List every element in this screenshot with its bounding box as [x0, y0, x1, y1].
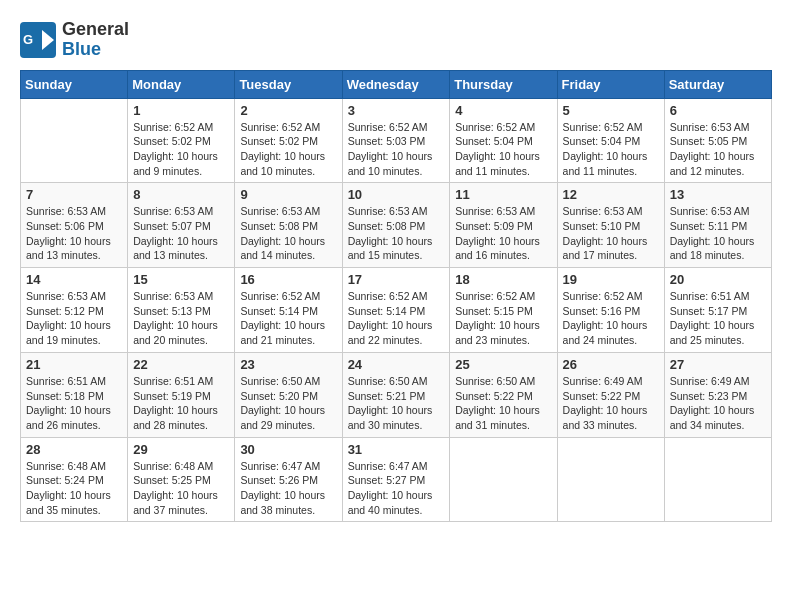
day-number: 21 [26, 357, 122, 372]
day-number: 27 [670, 357, 766, 372]
day-number: 24 [348, 357, 445, 372]
calendar-cell: 12Sunrise: 6:53 AMSunset: 5:10 PMDayligh… [557, 183, 664, 268]
day-info: Sunrise: 6:47 AMSunset: 5:27 PMDaylight:… [348, 459, 445, 518]
day-info: Sunrise: 6:51 AMSunset: 5:19 PMDaylight:… [133, 374, 229, 433]
day-info: Sunrise: 6:53 AMSunset: 5:13 PMDaylight:… [133, 289, 229, 348]
day-info: Sunrise: 6:53 AMSunset: 5:10 PMDaylight:… [563, 204, 659, 263]
calendar-cell: 16Sunrise: 6:52 AMSunset: 5:14 PMDayligh… [235, 268, 342, 353]
calendar-cell: 30Sunrise: 6:47 AMSunset: 5:26 PMDayligh… [235, 437, 342, 522]
week-row-4: 21Sunrise: 6:51 AMSunset: 5:18 PMDayligh… [21, 352, 772, 437]
day-number: 18 [455, 272, 551, 287]
day-info: Sunrise: 6:48 AMSunset: 5:25 PMDaylight:… [133, 459, 229, 518]
day-info: Sunrise: 6:52 AMSunset: 5:16 PMDaylight:… [563, 289, 659, 348]
calendar-cell: 23Sunrise: 6:50 AMSunset: 5:20 PMDayligh… [235, 352, 342, 437]
week-row-1: 1Sunrise: 6:52 AMSunset: 5:02 PMDaylight… [21, 98, 772, 183]
day-number: 2 [240, 103, 336, 118]
day-number: 17 [348, 272, 445, 287]
calendar-cell [450, 437, 557, 522]
day-info: Sunrise: 6:51 AMSunset: 5:18 PMDaylight:… [26, 374, 122, 433]
day-info: Sunrise: 6:52 AMSunset: 5:15 PMDaylight:… [455, 289, 551, 348]
day-info: Sunrise: 6:53 AMSunset: 5:12 PMDaylight:… [26, 289, 122, 348]
calendar-cell: 13Sunrise: 6:53 AMSunset: 5:11 PMDayligh… [664, 183, 771, 268]
calendar-cell: 28Sunrise: 6:48 AMSunset: 5:24 PMDayligh… [21, 437, 128, 522]
day-info: Sunrise: 6:53 AMSunset: 5:09 PMDaylight:… [455, 204, 551, 263]
day-info: Sunrise: 6:51 AMSunset: 5:17 PMDaylight:… [670, 289, 766, 348]
calendar-cell: 10Sunrise: 6:53 AMSunset: 5:08 PMDayligh… [342, 183, 450, 268]
header-wednesday: Wednesday [342, 70, 450, 98]
day-number: 12 [563, 187, 659, 202]
logo-general: General [62, 19, 129, 39]
day-info: Sunrise: 6:50 AMSunset: 5:20 PMDaylight:… [240, 374, 336, 433]
day-number: 16 [240, 272, 336, 287]
day-number: 10 [348, 187, 445, 202]
day-info: Sunrise: 6:48 AMSunset: 5:24 PMDaylight:… [26, 459, 122, 518]
calendar-cell: 26Sunrise: 6:49 AMSunset: 5:22 PMDayligh… [557, 352, 664, 437]
day-info: Sunrise: 6:53 AMSunset: 5:08 PMDaylight:… [348, 204, 445, 263]
day-number: 5 [563, 103, 659, 118]
calendar-cell: 25Sunrise: 6:50 AMSunset: 5:22 PMDayligh… [450, 352, 557, 437]
calendar-cell: 1Sunrise: 6:52 AMSunset: 5:02 PMDaylight… [128, 98, 235, 183]
day-number: 25 [455, 357, 551, 372]
day-info: Sunrise: 6:53 AMSunset: 5:05 PMDaylight:… [670, 120, 766, 179]
header-sunday: Sunday [21, 70, 128, 98]
week-row-3: 14Sunrise: 6:53 AMSunset: 5:12 PMDayligh… [21, 268, 772, 353]
svg-text:G: G [23, 32, 33, 47]
day-info: Sunrise: 6:52 AMSunset: 5:03 PMDaylight:… [348, 120, 445, 179]
calendar-cell: 21Sunrise: 6:51 AMSunset: 5:18 PMDayligh… [21, 352, 128, 437]
day-number: 14 [26, 272, 122, 287]
day-info: Sunrise: 6:52 AMSunset: 5:14 PMDaylight:… [240, 289, 336, 348]
header-tuesday: Tuesday [235, 70, 342, 98]
calendar-cell: 17Sunrise: 6:52 AMSunset: 5:14 PMDayligh… [342, 268, 450, 353]
calendar-cell: 8Sunrise: 6:53 AMSunset: 5:07 PMDaylight… [128, 183, 235, 268]
day-number: 15 [133, 272, 229, 287]
calendar-cell: 3Sunrise: 6:52 AMSunset: 5:03 PMDaylight… [342, 98, 450, 183]
day-info: Sunrise: 6:53 AMSunset: 5:07 PMDaylight:… [133, 204, 229, 263]
day-info: Sunrise: 6:53 AMSunset: 5:08 PMDaylight:… [240, 204, 336, 263]
day-number: 23 [240, 357, 336, 372]
header-thursday: Thursday [450, 70, 557, 98]
day-number: 31 [348, 442, 445, 457]
day-info: Sunrise: 6:52 AMSunset: 5:02 PMDaylight:… [133, 120, 229, 179]
page-header: G General Blue [20, 20, 772, 60]
calendar-cell [664, 437, 771, 522]
logo-blue: Blue [62, 39, 101, 59]
day-info: Sunrise: 6:52 AMSunset: 5:04 PMDaylight:… [455, 120, 551, 179]
day-number: 8 [133, 187, 229, 202]
day-number: 11 [455, 187, 551, 202]
day-info: Sunrise: 6:49 AMSunset: 5:23 PMDaylight:… [670, 374, 766, 433]
calendar-cell: 11Sunrise: 6:53 AMSunset: 5:09 PMDayligh… [450, 183, 557, 268]
day-info: Sunrise: 6:47 AMSunset: 5:26 PMDaylight:… [240, 459, 336, 518]
calendar-cell: 20Sunrise: 6:51 AMSunset: 5:17 PMDayligh… [664, 268, 771, 353]
calendar-cell [557, 437, 664, 522]
logo-icon: G [20, 22, 56, 58]
day-info: Sunrise: 6:52 AMSunset: 5:02 PMDaylight:… [240, 120, 336, 179]
calendar-header-row: SundayMondayTuesdayWednesdayThursdayFrid… [21, 70, 772, 98]
day-info: Sunrise: 6:52 AMSunset: 5:04 PMDaylight:… [563, 120, 659, 179]
calendar-cell: 27Sunrise: 6:49 AMSunset: 5:23 PMDayligh… [664, 352, 771, 437]
day-info: Sunrise: 6:53 AMSunset: 5:06 PMDaylight:… [26, 204, 122, 263]
header-saturday: Saturday [664, 70, 771, 98]
calendar-cell: 18Sunrise: 6:52 AMSunset: 5:15 PMDayligh… [450, 268, 557, 353]
calendar-cell: 24Sunrise: 6:50 AMSunset: 5:21 PMDayligh… [342, 352, 450, 437]
day-info: Sunrise: 6:49 AMSunset: 5:22 PMDaylight:… [563, 374, 659, 433]
day-number: 4 [455, 103, 551, 118]
calendar-cell: 19Sunrise: 6:52 AMSunset: 5:16 PMDayligh… [557, 268, 664, 353]
week-row-5: 28Sunrise: 6:48 AMSunset: 5:24 PMDayligh… [21, 437, 772, 522]
calendar-cell: 15Sunrise: 6:53 AMSunset: 5:13 PMDayligh… [128, 268, 235, 353]
day-number: 22 [133, 357, 229, 372]
calendar-cell: 5Sunrise: 6:52 AMSunset: 5:04 PMDaylight… [557, 98, 664, 183]
day-info: Sunrise: 6:50 AMSunset: 5:21 PMDaylight:… [348, 374, 445, 433]
day-info: Sunrise: 6:50 AMSunset: 5:22 PMDaylight:… [455, 374, 551, 433]
day-number: 29 [133, 442, 229, 457]
header-friday: Friday [557, 70, 664, 98]
day-number: 7 [26, 187, 122, 202]
day-number: 28 [26, 442, 122, 457]
day-number: 20 [670, 272, 766, 287]
calendar-cell [21, 98, 128, 183]
calendar-table: SundayMondayTuesdayWednesdayThursdayFrid… [20, 70, 772, 523]
day-number: 9 [240, 187, 336, 202]
calendar-cell: 31Sunrise: 6:47 AMSunset: 5:27 PMDayligh… [342, 437, 450, 522]
day-number: 1 [133, 103, 229, 118]
day-number: 26 [563, 357, 659, 372]
calendar-cell: 9Sunrise: 6:53 AMSunset: 5:08 PMDaylight… [235, 183, 342, 268]
